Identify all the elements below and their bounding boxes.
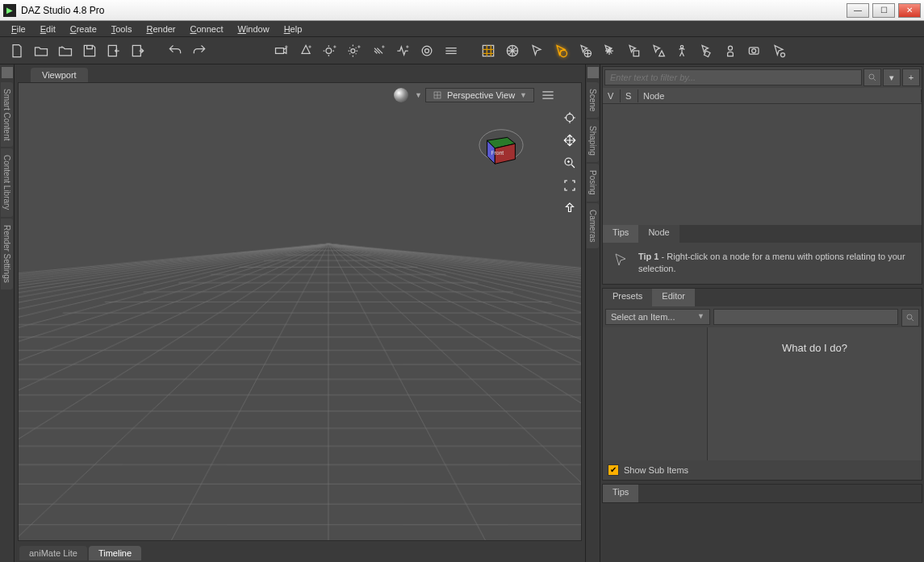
col-selectable[interactable]: S (621, 90, 638, 102)
menu-help[interactable]: Help (278, 23, 309, 35)
tab-animate-lite[interactable]: aniMate Lite (19, 546, 87, 560)
menu-connect[interactable]: Connect (184, 23, 230, 35)
tab-timeline[interactable]: Timeline (89, 546, 141, 560)
title-bar: DAZ Studio 4.8 Pro — ☐ ✕ (0, 0, 924, 21)
item-selector[interactable]: Select an Item...▼ (605, 309, 710, 325)
presets-tab[interactable]: Presets (603, 289, 652, 306)
new-camera-icon[interactable] (271, 40, 292, 61)
svg-point-6 (560, 50, 567, 56)
new-primitive-icon[interactable] (441, 40, 462, 61)
grid-snap-icon[interactable] (478, 40, 499, 61)
cube-face-label: Front (491, 150, 504, 156)
bottom-tips-tab[interactable]: Tips (603, 485, 638, 502)
rotate-tool-icon[interactable] (550, 40, 571, 61)
orbit-icon[interactable] (561, 109, 579, 127)
translate-tool-icon[interactable] (575, 40, 596, 61)
view-cube[interactable]: Front (478, 123, 525, 170)
parameter-search-icon[interactable] (901, 309, 919, 327)
undo-icon[interactable] (165, 40, 186, 61)
help-headline: What do I do? (716, 342, 914, 354)
cursor-settings-icon[interactable] (768, 40, 789, 61)
maximize-button[interactable]: ☐ (872, 3, 895, 18)
node-select-tool-icon[interactable] (526, 40, 547, 61)
scene-tips-tab[interactable]: Tips (603, 225, 638, 243)
region-nav-tool-icon[interactable] (647, 40, 668, 61)
left-dock-strip: Smart Content Content Library Render Set… (0, 65, 15, 562)
menu-window[interactable]: Window (232, 23, 276, 35)
col-node[interactable]: Node (638, 90, 922, 102)
scene-tree[interactable] (603, 104, 922, 225)
menu-edit[interactable]: Edit (34, 23, 62, 35)
parameter-groups[interactable] (603, 327, 708, 460)
menu-render[interactable]: Render (140, 23, 182, 35)
scene-node-tab[interactable]: Node (638, 225, 679, 243)
viewport[interactable]: ▼ Perspective View ▼ (18, 82, 582, 541)
drawstyle-dropdown-icon[interactable]: ▼ (415, 91, 422, 99)
pan-icon[interactable] (561, 131, 579, 149)
new-linear-light-icon[interactable] (368, 40, 389, 61)
new-distant-light-icon[interactable] (320, 40, 341, 61)
spot-render-tool-icon[interactable] (720, 40, 741, 61)
menu-bar: File Edit Create Tools Render Connect Wi… (0, 21, 924, 37)
tab-content-library[interactable]: Content Library (1, 148, 13, 216)
new-spotlight-icon[interactable] (295, 40, 316, 61)
tab-cameras[interactable]: Cameras (587, 203, 599, 249)
export-icon[interactable] (128, 40, 148, 61)
editor-tab[interactable]: Editor (652, 289, 695, 306)
tab-shaping[interactable]: Shaping (587, 119, 599, 162)
show-sub-items-checkbox[interactable]: ✔ (608, 464, 619, 476)
close-button[interactable]: ✕ (898, 3, 921, 18)
viewport-tab[interactable]: Viewport (31, 68, 88, 82)
minimize-button[interactable]: — (847, 3, 869, 18)
svg-rect-4 (483, 45, 493, 56)
frame-icon[interactable] (561, 177, 579, 194)
menu-tools[interactable]: Tools (105, 23, 139, 35)
reset-view-icon[interactable] (561, 199, 579, 217)
new-group-icon[interactable] (416, 40, 437, 61)
active-pose-tool-icon[interactable] (623, 40, 644, 61)
dock-toggle-right-icon[interactable] (587, 67, 599, 78)
svg-point-21 (869, 74, 874, 79)
open-folder-icon[interactable] (31, 40, 52, 61)
svg-point-0 (326, 48, 332, 53)
scale-tool-icon[interactable] (599, 40, 620, 61)
tab-render-settings[interactable]: Render Settings (1, 219, 13, 289)
save-icon[interactable] (79, 40, 100, 61)
new-file-icon[interactable] (6, 40, 27, 61)
viewport-options-icon[interactable] (537, 85, 558, 106)
camera-selector[interactable]: Perspective View ▼ (425, 88, 534, 102)
col-visible[interactable]: V (603, 90, 621, 102)
surface-select-tool-icon[interactable] (696, 40, 717, 61)
svg-point-2 (422, 46, 432, 56)
import-icon[interactable] (103, 40, 124, 61)
tab-scene[interactable]: Scene (587, 82, 599, 118)
svg-point-1 (351, 48, 355, 52)
svg-point-12 (752, 48, 756, 52)
render-icon[interactable] (744, 40, 765, 61)
new-null-icon[interactable] (392, 40, 413, 61)
parameter-filter-input[interactable] (713, 309, 898, 325)
add-node-icon[interactable]: + (902, 69, 920, 86)
main-toolbar (0, 37, 924, 65)
menu-file[interactable]: File (5, 23, 32, 35)
figure-tool-icon[interactable] (671, 40, 692, 61)
svg-rect-8 (633, 51, 639, 56)
filter-menu-icon[interactable]: ▾ (883, 69, 901, 86)
show-sub-items-label: Show Sub Items (624, 465, 688, 475)
tab-posing[interactable]: Posing (587, 164, 599, 202)
drawstyle-sphere-icon[interactable] (394, 88, 408, 102)
tab-smart-content[interactable]: Smart Content (1, 82, 13, 147)
universal-tool-icon[interactable] (502, 40, 523, 61)
svg-point-10 (729, 46, 733, 50)
right-dock-strip: Scene Shaping Posing Cameras (586, 65, 600, 562)
svg-point-3 (425, 48, 429, 52)
search-icon[interactable] (863, 69, 881, 86)
menu-create[interactable]: Create (64, 23, 103, 35)
new-point-light-icon[interactable] (344, 40, 365, 61)
dolly-zoom-icon[interactable] (561, 154, 579, 172)
open-recent-icon[interactable] (55, 40, 76, 61)
scene-filter-input[interactable] (604, 69, 862, 85)
scene-columns-header: V S Node (603, 88, 922, 104)
redo-icon[interactable] (189, 40, 210, 61)
dock-toggle-icon[interactable] (2, 67, 13, 78)
